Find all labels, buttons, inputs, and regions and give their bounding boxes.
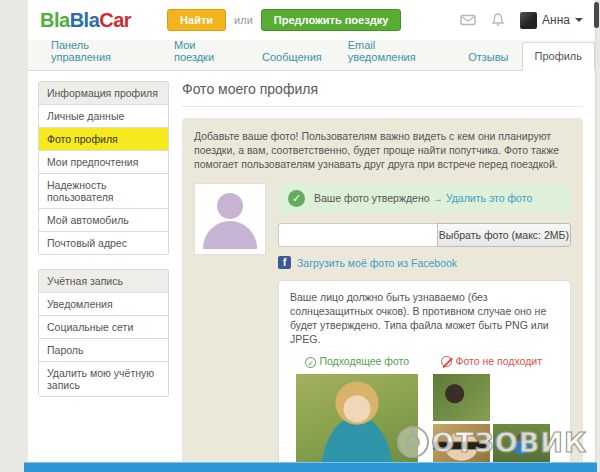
photo-requirements-box: Ваше лицо должно быть узнаваемо (без сол…	[278, 280, 571, 472]
tab-reviews[interactable]: Отзывы	[455, 43, 521, 71]
tab-profile[interactable]: Профиль	[522, 42, 596, 71]
intro-text: Добавьте ваше фото! Пользователям важно …	[194, 129, 571, 172]
logo-bla2: Bla	[70, 9, 100, 31]
sidebar-item-social-networks[interactable]: Социальные сети	[38, 315, 169, 338]
find-trip-button[interactable]: Найти	[167, 9, 226, 31]
facebook-upload-link[interactable]: Загрузить моё фото из Facebook	[297, 256, 457, 270]
sidebar-item-notifications[interactable]: Уведомления	[38, 292, 169, 315]
bad-photo-label: Фото не подходит	[455, 355, 542, 367]
blablacar-logo[interactable]: BlaBlaCar	[40, 9, 131, 32]
good-photo-label-wrap: ✓Подходящее фото	[290, 354, 425, 368]
profile-avatar-placeholder	[194, 183, 266, 255]
facebook-upload-row: f Загрузить моё фото из Facebook	[278, 256, 571, 270]
sidebar-header-account: Учётная запись	[38, 269, 169, 292]
mail-icon[interactable]	[460, 12, 476, 28]
logo-car: Car	[99, 9, 131, 31]
good-photo-column	[290, 374, 425, 471]
facebook-icon[interactable]: f	[278, 256, 291, 269]
approved-message: Ваше фото утверждено	[314, 192, 430, 204]
sidebar-item-postal-address[interactable]: Почтовый адрес	[38, 231, 169, 255]
blablacar-page: BlaBlaCar Найти или Предложить поездку А…	[28, 0, 596, 472]
sidebar-item-password[interactable]: Пароль	[38, 338, 169, 361]
tab-messages[interactable]: Сообщения	[249, 43, 335, 71]
file-upload-row: Выбрать фото (макс: 2МБ)	[278, 223, 571, 247]
profile-sidebar: Информация профиля Личные данные Фото пр…	[38, 81, 169, 472]
check-circle-icon: ✓	[288, 190, 305, 207]
user-name: Анна	[542, 13, 570, 27]
avatar-silhouette-head	[217, 193, 243, 219]
offer-trip-button[interactable]: Предложить поездку	[261, 9, 401, 31]
sidebar-item-preferences[interactable]: Мои предпочтения	[38, 150, 169, 173]
example-photos-row	[290, 374, 559, 471]
or-label: или	[234, 14, 253, 26]
example-labels-row: ✓Подходящее фото Фото не подходит	[290, 354, 559, 368]
photo-row: ✓ Ваше фото утверждено → Удалить это фот…	[194, 183, 571, 472]
page-title: Фото моего профиля	[182, 81, 583, 107]
footer-blue-bar	[24, 462, 597, 472]
photo-settings-panel: Добавьте ваше фото! Пользователям важно …	[182, 118, 583, 472]
sidebar-group-account: Учётная запись Уведомления Социальные се…	[38, 269, 169, 397]
bad-example-photo-1	[433, 374, 490, 421]
delete-photo-link[interactable]: Удалить это фото	[446, 192, 532, 204]
sidebar-item-my-car[interactable]: Мой автомобиль	[38, 208, 169, 231]
bad-photo-column	[425, 374, 560, 471]
photo-approved-alert: ✓ Ваше фото утверждено → Удалить это фот…	[278, 183, 571, 214]
chevron-down-icon	[575, 18, 583, 22]
bell-icon[interactable]	[490, 12, 506, 28]
photo-controls-column: ✓ Ваше фото утверждено → Удалить это фот…	[278, 183, 571, 472]
content-area: Информация профиля Личные данные Фото пр…	[28, 71, 595, 472]
good-example-photo	[296, 374, 418, 471]
tab-email-notifications[interactable]: Email уведомления	[335, 31, 455, 71]
sidebar-item-personal-data[interactable]: Личные данные	[38, 104, 169, 127]
arrow-glyph: →	[432, 192, 443, 204]
logo-bla1: Bla	[40, 9, 70, 31]
user-avatar	[520, 12, 537, 29]
sidebar-group-profile-info: Информация профиля Личные данные Фото пр…	[38, 81, 169, 255]
main-panel: Фото моего профиля Добавьте ваше фото! П…	[182, 81, 583, 472]
choose-photo-button[interactable]: Выбрать фото (макс: 2МБ)	[437, 223, 571, 247]
sidebar-header-profile-info: Информация профиля	[38, 81, 169, 104]
photo-file-input[interactable]	[278, 223, 437, 247]
check-circle-outline-icon: ✓	[305, 357, 316, 368]
user-menu[interactable]: Анна	[520, 12, 583, 29]
header-right: Анна	[460, 12, 583, 29]
sidebar-item-user-trust[interactable]: Надежность пользователя	[38, 173, 169, 208]
no-entry-icon	[441, 356, 452, 367]
profile-tabbar: Панель управления Мои поездки Сообщения …	[28, 40, 595, 71]
avatar-silhouette-body	[203, 221, 257, 249]
bad-example-photo-2	[493, 374, 550, 421]
sidebar-item-delete-account[interactable]: Удалить мою учётную запись	[38, 361, 169, 397]
sidebar-item-profile-photo[interactable]: Фото профиля	[38, 127, 169, 150]
good-photo-label: Подходящее фото	[319, 355, 409, 367]
vertical-scrollbar-thumb[interactable]	[594, 2, 599, 28]
photo-approved-text: Ваше фото утверждено → Удалить это фото	[314, 191, 532, 205]
requirements-text: Ваше лицо должно быть узнаваемо (без сол…	[290, 290, 559, 347]
bad-photo-label-wrap: Фото не подходит	[425, 354, 560, 368]
tab-dashboard[interactable]: Панель управления	[38, 31, 161, 71]
tab-my-trips[interactable]: Мои поездки	[161, 31, 249, 71]
bad-example-photos-grid	[433, 374, 550, 471]
browser-viewport: BlaBlaCar Найти или Предложить поездку А…	[0, 0, 600, 472]
